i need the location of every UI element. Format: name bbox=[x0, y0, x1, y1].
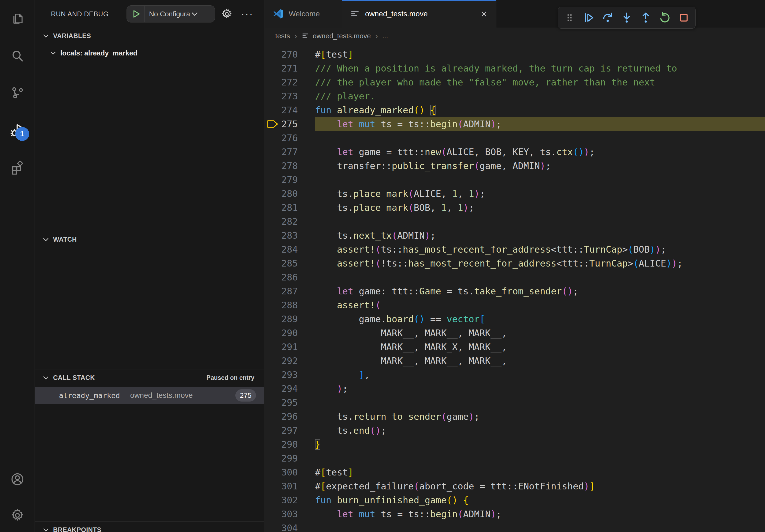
breadcrumb-folder[interactable]: tests bbox=[275, 32, 290, 40]
start-debug-icon[interactable] bbox=[127, 9, 145, 19]
watch-section-header[interactable]: WATCH bbox=[35, 232, 264, 246]
code-line[interactable]: 277 let game = ttt::new(ALICE, BOB, KEY,… bbox=[265, 145, 765, 159]
gutter-marker-slot[interactable] bbox=[265, 354, 280, 368]
gutter-marker-slot[interactable] bbox=[265, 47, 280, 61]
gutter-marker-slot[interactable] bbox=[265, 382, 280, 396]
breadcrumb-symbol[interactable]: ... bbox=[382, 32, 388, 40]
search-icon[interactable] bbox=[9, 47, 26, 65]
code-line[interactable]: 295 bbox=[265, 396, 765, 409]
code-line[interactable]: 286 bbox=[265, 270, 765, 284]
tab-welcome[interactable]: Welcome bbox=[265, 0, 342, 28]
gutter-marker-slot[interactable] bbox=[265, 284, 280, 298]
gutter-marker-slot[interactable] bbox=[265, 312, 280, 326]
code-line[interactable]: 292 MARK__, MARK__, MARK__, bbox=[265, 354, 765, 368]
code-line[interactable]: 303 let mut ts = ts::begin(ADMIN); bbox=[265, 507, 765, 521]
account-icon[interactable] bbox=[9, 471, 26, 488]
gutter-marker-slot[interactable] bbox=[265, 479, 280, 493]
gutter-marker-slot[interactable] bbox=[265, 270, 280, 284]
code-line[interactable]: 276 bbox=[265, 131, 765, 145]
code-line[interactable]: 299 bbox=[265, 451, 765, 465]
code-line[interactable]: 271/// When a position is already marked… bbox=[265, 61, 765, 75]
gutter-marker-slot[interactable] bbox=[265, 340, 280, 354]
step-into-icon[interactable] bbox=[619, 10, 634, 25]
code-line[interactable]: 300#[test] bbox=[265, 465, 765, 479]
gutter-marker-slot[interactable] bbox=[265, 75, 280, 89]
code-line[interactable]: 290 MARK__, MARK__, MARK__, bbox=[265, 326, 765, 340]
code-line[interactable]: 272/// the player who made the "false" m… bbox=[265, 75, 765, 89]
gutter-marker-slot[interactable] bbox=[265, 437, 280, 451]
gutter-marker-slot[interactable] bbox=[265, 159, 280, 173]
gutter-marker-slot[interactable] bbox=[265, 215, 280, 228]
restart-icon[interactable] bbox=[657, 10, 672, 25]
debug-config-dropdown[interactable]: No Configura bbox=[127, 5, 215, 23]
gutter-marker-slot[interactable] bbox=[265, 89, 280, 103]
stop-icon[interactable] bbox=[676, 10, 691, 25]
code-line[interactable]: 275 let mut ts = ts::begin(ADMIN); bbox=[265, 117, 765, 131]
extensions-icon[interactable] bbox=[9, 159, 26, 176]
gutter-marker-slot[interactable] bbox=[265, 423, 280, 437]
code-line[interactable]: 289 game.board() == vector[ bbox=[265, 312, 765, 326]
code-line[interactable]: 285 assert!(!ts::has_most_recent_for_add… bbox=[265, 256, 765, 270]
code-line[interactable]: 281 ts.place_mark(BOB, 1, 1); bbox=[265, 201, 765, 215]
code-line[interactable]: 282 bbox=[265, 215, 765, 228]
code-line[interactable]: 284 assert!(ts::has_most_recent_for_addr… bbox=[265, 242, 765, 256]
source-control-icon[interactable] bbox=[9, 84, 26, 101]
variables-section-header[interactable]: VARIABLES bbox=[35, 29, 264, 43]
code-line[interactable]: 301#[expected_failure(abort_code = ttt::… bbox=[265, 479, 765, 493]
breadcrumb-file[interactable]: owned_tests.move bbox=[302, 32, 371, 40]
code-line[interactable]: 280 ts.place_mark(ALICE, 1, 1); bbox=[265, 187, 765, 201]
call-stack-frame[interactable]: already_markedowned_tests.move275 bbox=[35, 387, 264, 404]
step-out-icon[interactable] bbox=[638, 10, 653, 25]
gutter-marker-slot[interactable] bbox=[265, 409, 280, 423]
code-line[interactable]: 293 ], bbox=[265, 368, 765, 382]
run-and-debug-icon[interactable]: 1 bbox=[9, 122, 26, 139]
gutter-marker-slot[interactable] bbox=[265, 201, 280, 215]
gutter-marker-slot[interactable] bbox=[265, 298, 280, 312]
code-area[interactable]: 270#[test]271/// When a position is alre… bbox=[265, 44, 765, 532]
gutter-marker-slot[interactable] bbox=[265, 228, 280, 242]
gutter-marker-slot[interactable] bbox=[265, 507, 280, 521]
code-line[interactable]: 297 ts.end(); bbox=[265, 423, 765, 437]
drag-grip-icon[interactable] bbox=[562, 10, 577, 25]
breakpoints-section-header[interactable]: BREAKPOINTS bbox=[35, 523, 264, 532]
code-line[interactable]: 302fun burn_unfinished_game() { bbox=[265, 493, 765, 507]
code-line[interactable]: 270#[test] bbox=[265, 47, 765, 61]
gutter-marker-slot[interactable] bbox=[265, 131, 280, 145]
code-line[interactable]: 294 ); bbox=[265, 382, 765, 396]
code-line[interactable]: 298} bbox=[265, 437, 765, 451]
code-line[interactable]: 288 assert!( bbox=[265, 298, 765, 312]
gutter-marker-slot[interactable] bbox=[265, 493, 280, 507]
code-line[interactable]: 283 ts.next_tx(ADMIN); bbox=[265, 228, 765, 242]
gutter-marker-slot[interactable] bbox=[265, 465, 280, 479]
code-line[interactable]: 291 MARK__, MARK_X, MARK__, bbox=[265, 340, 765, 354]
variables-scope-row[interactable]: locals: already_marked bbox=[35, 46, 264, 60]
gutter-marker-slot[interactable] bbox=[265, 173, 280, 187]
explorer-icon[interactable] bbox=[9, 10, 26, 27]
code-line[interactable]: 278 transfer::public_transfer(game, ADMI… bbox=[265, 159, 765, 173]
gutter-marker-slot[interactable] bbox=[265, 256, 280, 270]
gutter-marker-slot[interactable] bbox=[265, 396, 280, 409]
close-tab-icon[interactable]: × bbox=[480, 8, 488, 20]
current-statement-marker[interactable] bbox=[265, 117, 280, 131]
gutter-marker-slot[interactable] bbox=[265, 242, 280, 256]
code-line[interactable]: 273/// player. bbox=[265, 89, 765, 103]
debug-settings-gear-icon[interactable] bbox=[219, 6, 234, 22]
step-over-icon[interactable] bbox=[600, 10, 615, 25]
gutter-marker-slot[interactable] bbox=[265, 103, 280, 117]
code-line[interactable]: 287 let game: ttt::Game = ts.take_from_s… bbox=[265, 284, 765, 298]
code-line[interactable]: 274fun already_marked() { bbox=[265, 103, 765, 117]
gutter-marker-slot[interactable] bbox=[265, 145, 280, 159]
gutter-marker-slot[interactable] bbox=[265, 61, 280, 75]
gutter-marker-slot[interactable] bbox=[265, 451, 280, 465]
call-stack-section-header[interactable]: CALL STACK Paused on entry bbox=[35, 371, 264, 385]
tab-owned-tests-move[interactable]: owned_tests.move × bbox=[342, 0, 496, 28]
continue-icon[interactable] bbox=[581, 10, 596, 25]
settings-gear-icon[interactable] bbox=[9, 507, 26, 524]
code-line[interactable]: 279 bbox=[265, 173, 765, 187]
gutter-marker-slot[interactable] bbox=[265, 326, 280, 340]
gutter-marker-slot[interactable] bbox=[265, 521, 280, 532]
gutter-marker-slot[interactable] bbox=[265, 187, 280, 201]
code-line[interactable]: 296 ts.return_to_sender(game); bbox=[265, 409, 765, 423]
more-actions-icon[interactable]: ··· bbox=[239, 6, 255, 22]
code-line[interactable]: 304 bbox=[265, 521, 765, 532]
